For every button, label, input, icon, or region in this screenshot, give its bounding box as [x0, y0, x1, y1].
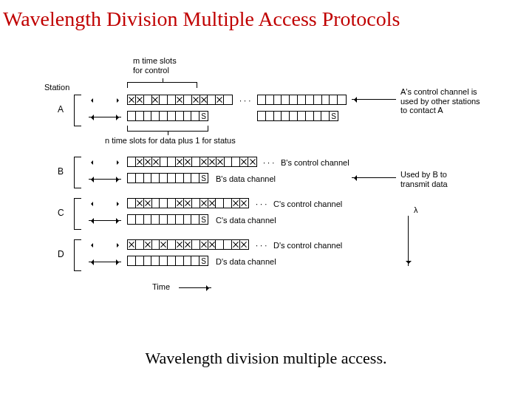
- station-c-label: C: [58, 208, 64, 219]
- brace-m-slots: [127, 82, 197, 88]
- lambda-label: λ: [414, 205, 418, 215]
- n-slots-label: n time slots for data plus 1 for status: [105, 136, 236, 146]
- tick: [74, 270, 81, 271]
- time-label: Time: [152, 282, 170, 292]
- lambda-arrow: [408, 216, 409, 266]
- c-control-row: [127, 198, 249, 208]
- b-data-label: B's data channel: [216, 174, 276, 184]
- a-control-row-1: [127, 95, 233, 105]
- tick: [74, 239, 81, 240]
- page-title: Wavelength Division Multiple Access Prot…: [0, 0, 532, 31]
- station-d-label: D: [58, 250, 64, 260]
- c-ctrl-label: C's control channel: [273, 200, 342, 209]
- c-data-label: C's data channel: [216, 216, 276, 225]
- dots: · · ·: [256, 200, 267, 208]
- station-d-bracket: [74, 239, 75, 270]
- b-data-arrow: [89, 179, 121, 180]
- dots: · · ·: [256, 241, 267, 250]
- tick: [74, 126, 81, 126]
- station-a-label: A: [58, 105, 64, 115]
- wdma-diagram: m time slots for control Station A S · ·…: [58, 59, 486, 325]
- a-data-arrow: [89, 117, 121, 117]
- b-data-row: S: [127, 173, 208, 183]
- tick: [74, 157, 81, 157]
- station-c-bracket: [74, 198, 75, 229]
- b-note: Used by B to transmit data: [400, 170, 448, 188]
- d-ctrl-label: D's control channel: [273, 241, 342, 250]
- b-ctrl-label: B's control channel: [281, 158, 349, 168]
- tick: [74, 229, 81, 230]
- station-b-bracket: [74, 157, 75, 188]
- station-a-bracket: [74, 95, 75, 126]
- d-data-row: S: [127, 256, 208, 266]
- station-b-label: B: [58, 167, 64, 177]
- time-arrow: [179, 287, 211, 288]
- dots: · · ·: [239, 96, 250, 105]
- figure-caption: Wavelength division multiple access.: [0, 349, 532, 368]
- d-control-row: [127, 239, 249, 250]
- c-data-arrow: [89, 220, 121, 221]
- d-data-arrow: [89, 262, 121, 262]
- b-note-arrow: [352, 177, 396, 178]
- dots: · · ·: [263, 158, 274, 167]
- tick: [74, 198, 81, 199]
- b-control-row: [127, 157, 257, 167]
- a-data-row-1: S: [127, 111, 208, 121]
- c-data-row: S: [127, 214, 208, 225]
- tick: [74, 95, 81, 95]
- a-note-arrow: [352, 99, 396, 100]
- a-data-row-2: S: [257, 111, 338, 121]
- a-control-row-2: [257, 95, 347, 105]
- m-slots-label: m time slots for control: [133, 56, 177, 75]
- d-data-label: D's data channel: [216, 257, 276, 267]
- a-note: A's control channel is used by other sta…: [400, 87, 480, 115]
- station-heading: Station: [44, 83, 69, 92]
- brace-n-slots: [127, 126, 208, 132]
- tick: [74, 188, 81, 188]
